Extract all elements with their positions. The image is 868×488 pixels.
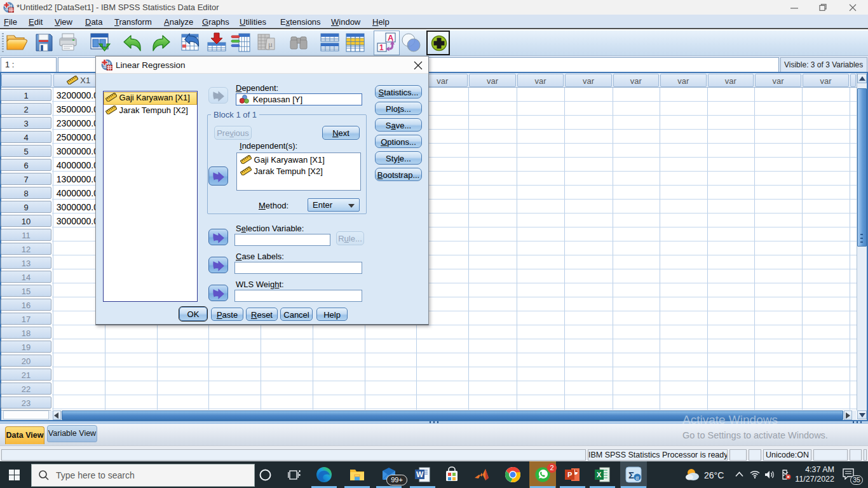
svg-text:X: X (597, 471, 602, 478)
svg-text:1: 1 (379, 43, 384, 52)
svg-text:A: A (388, 33, 394, 43)
svg-text:W: W (416, 470, 424, 479)
svg-text:μ: μ (268, 39, 273, 49)
svg-text:α: α (635, 475, 639, 481)
svg-text:P: P (567, 471, 572, 478)
svg-text:Σ: Σ (628, 470, 634, 480)
